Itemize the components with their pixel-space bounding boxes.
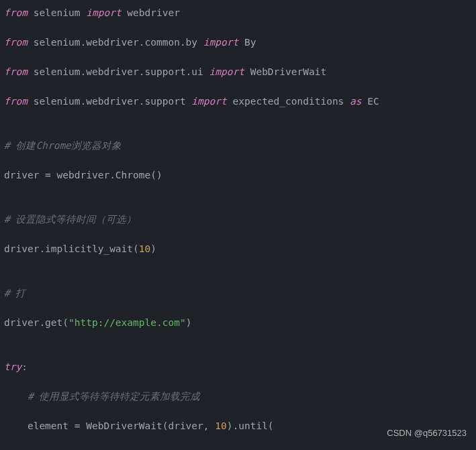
keyword-import: import	[209, 66, 244, 77]
keyword-import: import	[203, 37, 238, 48]
comment: # 创建Chrome浏览器对象	[4, 140, 122, 151]
keyword-from: from	[4, 37, 28, 48]
code-block: from selenium import webdriver from sele…	[4, 5, 472, 450]
keyword-import: import	[86, 7, 121, 18]
comment: # 打	[4, 288, 26, 298]
keyword-try: try	[4, 361, 21, 372]
keyword-from: from	[4, 96, 28, 107]
keyword-as: as	[350, 96, 361, 107]
watermark-text: CSDN @q56731523	[387, 426, 467, 441]
keyword-import: import	[191, 96, 226, 107]
code-text: driver = webdriver.Chrome()	[4, 170, 162, 180]
keyword-from: from	[4, 66, 28, 77]
string-literal: "http://example.com"	[68, 317, 186, 328]
comment: # 使用显式等待等待特定元素加载完成	[4, 391, 200, 402]
keyword-from: from	[4, 7, 28, 18]
number-literal: 10	[139, 243, 150, 254]
number-literal: 10	[215, 420, 226, 431]
comment: # 设置隐式等待时间（可选）	[4, 214, 136, 225]
